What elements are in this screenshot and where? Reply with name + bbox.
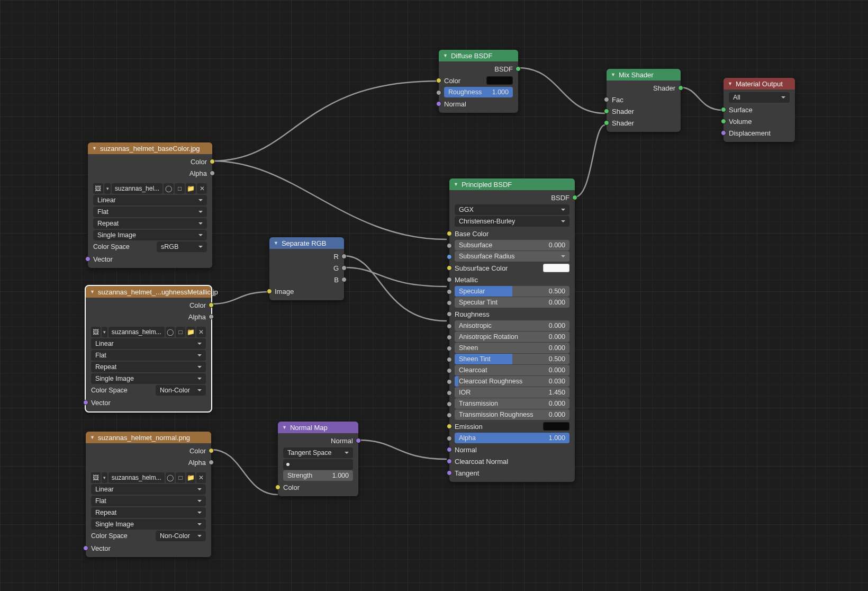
sss-method-select[interactable]: Christensen-Burley xyxy=(455,216,569,227)
collapse-icon[interactable]: ▼ xyxy=(92,146,97,151)
node-separate-rgb[interactable]: ▼Separate RGB R G B Image xyxy=(269,237,344,300)
input-displacement: Displacement xyxy=(724,127,795,139)
projection-select[interactable]: Flat xyxy=(93,207,207,217)
node-principled-bsdf[interactable]: ▼Principled BSDF BSDF GGX Christensen-Bu… xyxy=(449,178,575,482)
collapse-icon[interactable]: ▼ xyxy=(728,81,733,86)
interpolation-select[interactable]: Linear xyxy=(93,195,207,205)
sheen-slider[interactable]: Sheen0.000 xyxy=(455,343,569,353)
anisotropic-rotation-slider[interactable]: Anisotropic Rotation0.000 xyxy=(455,332,569,342)
node-header[interactable]: ▼suzannas_helmet_baseColor.jpg xyxy=(88,142,212,154)
collapse-icon[interactable]: ▼ xyxy=(274,240,278,246)
open-icon[interactable]: 📁 xyxy=(186,472,196,483)
new-icon[interactable]: □ xyxy=(175,183,185,194)
node-mix-shader[interactable]: ▼Mix Shader Shader Fac Shader Shader xyxy=(607,69,681,132)
output-b: B xyxy=(269,274,344,285)
extension-select[interactable]: Repeat xyxy=(93,218,207,229)
projection-select[interactable]: Flat xyxy=(91,496,206,506)
input-vector: Vector xyxy=(86,542,211,554)
node-header[interactable]: ▼Separate RGB xyxy=(269,237,344,249)
roughness-slider[interactable]: Roughness1.000 xyxy=(444,87,513,97)
uvmap-select[interactable] xyxy=(283,459,353,470)
unlink-icon[interactable]: ✕ xyxy=(197,183,207,194)
node-normal-map[interactable]: ▼Normal Map Normal Tangent Space Strengt… xyxy=(278,422,358,496)
collapse-icon[interactable]: ▼ xyxy=(90,435,95,440)
input-emission: Emission xyxy=(449,420,575,432)
dropdown-icon[interactable]: ▾ xyxy=(102,327,107,337)
node-image-texture-basecolor[interactable]: ▼suzannas_helmet_baseColor.jpg Color Alp… xyxy=(88,142,212,268)
input-metallic: Metallic xyxy=(449,274,575,285)
dropdown-icon[interactable]: ▾ xyxy=(102,472,107,483)
open-icon[interactable]: 📁 xyxy=(186,183,196,194)
collapse-icon[interactable]: ▼ xyxy=(282,425,287,430)
unlink-icon[interactable]: ✕ xyxy=(196,472,206,483)
fake-user-icon[interactable]: ◯ xyxy=(166,327,175,337)
ior-slider[interactable]: IOR1.450 xyxy=(455,387,569,398)
anisotropic-slider[interactable]: Anisotropic0.000 xyxy=(455,320,569,331)
open-icon[interactable]: 📁 xyxy=(186,327,196,337)
node-header[interactable]: ▼suzannas_helmet_normal.png xyxy=(86,432,211,443)
distribution-select[interactable]: GGX xyxy=(455,204,569,215)
source-select[interactable]: Single Image xyxy=(91,373,206,384)
image-icon: 🖼 xyxy=(91,472,101,483)
source-select[interactable]: Single Image xyxy=(93,230,207,240)
node-header[interactable]: ▼Normal Map xyxy=(278,422,358,433)
colorspace-row: Color SpacesRGB xyxy=(93,241,207,252)
output-normal: Normal xyxy=(278,435,358,446)
colorspace-select[interactable]: Non-Color xyxy=(156,385,206,396)
specular-tint-slider[interactable]: Specular Tint0.000 xyxy=(455,297,569,308)
clearcoat-roughness-slider[interactable]: Clearcoat Roughness0.030 xyxy=(455,376,569,387)
node-material-output[interactable]: ▼Material Output All Surface Volume Disp… xyxy=(724,78,795,142)
collapse-icon[interactable]: ▼ xyxy=(454,182,458,187)
node-header[interactable]: ▼Mix Shader xyxy=(607,69,681,80)
image-datablock[interactable]: 🖼▾ suzannas_helm... ◯□📁✕ xyxy=(91,472,206,483)
node-header[interactable]: ▼Diffuse BSDF xyxy=(439,50,518,61)
unlink-icon[interactable]: ✕ xyxy=(196,327,206,337)
node-image-texture-roughmetal[interactable]: ▼suzannas_helmet_...ughnessMetallic.jp C… xyxy=(86,286,211,411)
interpolation-select[interactable]: Linear xyxy=(91,484,206,495)
input-base-color: Base Color xyxy=(449,228,575,239)
input-roughness: Roughness xyxy=(449,308,575,320)
output-color: Color xyxy=(88,156,212,167)
input-color: Color xyxy=(439,75,518,86)
colorspace-select[interactable]: sRGB xyxy=(157,241,207,252)
subsurface-slider[interactable]: Subsurface0.000 xyxy=(455,240,569,250)
projection-select[interactable]: Flat xyxy=(91,350,206,361)
node-image-texture-normal[interactable]: ▼suzannas_helmet_normal.png Color Alpha … xyxy=(86,432,211,557)
source-select[interactable]: Single Image xyxy=(91,519,206,530)
extension-select[interactable]: Repeat xyxy=(91,362,206,372)
image-datablock[interactable]: 🖼▾ suzannas_helm... ◯□📁✕ xyxy=(91,327,206,337)
target-select[interactable]: All xyxy=(729,92,790,103)
specular-slider[interactable]: Specular0.500 xyxy=(455,286,569,297)
new-icon[interactable]: □ xyxy=(176,327,185,337)
new-icon[interactable]: □ xyxy=(176,472,185,483)
node-header[interactable]: ▼Principled BSDF xyxy=(449,178,575,190)
input-normal: Normal xyxy=(449,444,575,455)
alpha-slider[interactable]: Alpha1.000 xyxy=(455,433,569,443)
color-swatch[interactable] xyxy=(543,264,569,272)
node-header[interactable]: ▼Material Output xyxy=(724,78,795,89)
collapse-icon[interactable]: ▼ xyxy=(90,289,95,294)
fake-user-icon[interactable]: ◯ xyxy=(164,183,174,194)
input-vector: Vector xyxy=(88,253,212,265)
collapse-icon[interactable]: ▼ xyxy=(443,53,448,58)
color-swatch[interactable] xyxy=(543,422,569,431)
strength-slider[interactable]: Strength1.000 xyxy=(283,470,353,481)
extension-select[interactable]: Repeat xyxy=(91,507,206,518)
transmission-roughness-slider[interactable]: Transmission Roughness0.000 xyxy=(455,409,569,420)
dropdown-icon[interactable]: ▾ xyxy=(104,183,111,194)
image-datablock[interactable]: 🖼▾ suzannas_hel... ◯□📁✕ xyxy=(93,183,207,194)
color-swatch[interactable] xyxy=(486,76,513,85)
image-icon: 🖼 xyxy=(91,327,101,337)
input-volume: Volume xyxy=(724,115,795,127)
node-header[interactable]: ▼suzannas_helmet_...ughnessMetallic.jp xyxy=(86,286,211,298)
transmission-slider[interactable]: Transmission0.000 xyxy=(455,398,569,409)
interpolation-select[interactable]: Linear xyxy=(91,338,206,349)
sheen-tint-slider[interactable]: Sheen Tint0.500 xyxy=(455,354,569,364)
colorspace-select[interactable]: Non-Color xyxy=(156,531,206,541)
collapse-icon[interactable]: ▼ xyxy=(611,72,616,77)
node-diffuse-bsdf[interactable]: ▼Diffuse BSDF BSDF Color Roughness1.000 … xyxy=(439,50,518,113)
space-select[interactable]: Tangent Space xyxy=(283,447,353,458)
clearcoat-slider[interactable]: Clearcoat0.000 xyxy=(455,365,569,375)
subsurface-radius-slider[interactable]: Subsurface Radius xyxy=(455,251,569,262)
fake-user-icon[interactable]: ◯ xyxy=(166,472,175,483)
